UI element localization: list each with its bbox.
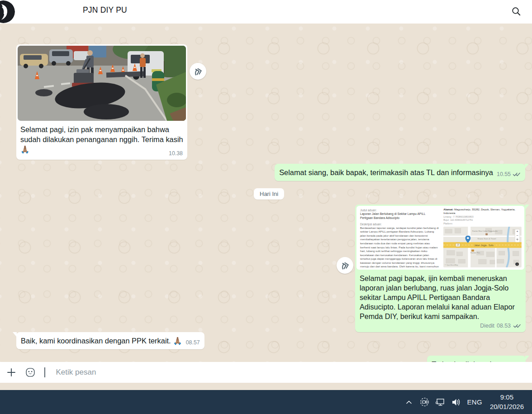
map-info-glyph: i xyxy=(517,263,518,266)
report-map: 15 Jalan Jogja - Solo Kantor Bea Cukai Y… xyxy=(443,227,522,267)
report-longitude: Bujur: 110.43960105712751 xyxy=(443,219,522,222)
report-screenshot[interactable]: Judul aduan: Laporan Jalan Berlubang di … xyxy=(356,206,524,270)
clock-date: 20/01/2026 xyxy=(490,402,524,411)
road-repair-photo[interactable] xyxy=(18,46,186,121)
clock-time: 9:05 xyxy=(490,393,524,402)
road-repair-photo-image xyxy=(18,46,186,121)
message-incoming-photo[interactable]: Selamat pagi, izin pak menyampaikan bahw… xyxy=(16,44,187,160)
poi-travel-label: Kirana Tours & Travel xyxy=(478,238,496,240)
delivered-check-icon xyxy=(513,171,521,177)
emoji-button[interactable] xyxy=(25,367,35,377)
message-text: Selamat pagi bapak, ijin kembali menerus… xyxy=(355,271,526,322)
report-description: Berdasarkan laporan warga, terdapat kond… xyxy=(360,226,439,270)
chat-header[interactable]: PJN DIY PU xyxy=(0,0,532,24)
poi-post-label: Kantor Pos xyxy=(470,252,480,254)
date-divider: Hari Ini xyxy=(254,188,284,200)
whatsapp-window: PJN DIY PU xyxy=(0,0,532,414)
delivered-check-icon xyxy=(513,323,521,328)
speaker-icon xyxy=(451,398,461,407)
report-title-label: Judul aduan: xyxy=(360,209,439,212)
route-badge: 15 xyxy=(457,244,460,246)
report-title: Laporan Jalan Berlubang di Sekitar Lampu… xyxy=(360,212,439,220)
plus-icon xyxy=(6,367,16,377)
message-time: 08.57 xyxy=(186,339,200,346)
group-avatar-image xyxy=(0,0,15,23)
bubble-tail xyxy=(525,205,529,209)
message-text: Selamat siang, baik bapak, terimakasih a… xyxy=(279,167,493,177)
forward-icon xyxy=(340,261,350,270)
message-list: Selamat pagi, izin pak menyampaikan bahw… xyxy=(0,24,532,390)
chat-title: PJN DIY PU xyxy=(83,5,127,15)
forward-button[interactable] xyxy=(337,257,353,274)
report-latitude: Lintang: -7.78386019800803 xyxy=(443,215,522,219)
message-composer xyxy=(0,362,532,383)
message-outgoing-report[interactable]: Judul aduan: Laporan Jalan Berlubang di … xyxy=(355,205,526,332)
show-hidden-icons-button[interactable] xyxy=(404,397,414,407)
report-address-label: Alamat: xyxy=(443,208,453,211)
map-attribution: © OpenStreetMap xyxy=(445,265,458,266)
report-platform-label: Platform: xyxy=(443,222,522,226)
meet-now-button[interactable] xyxy=(420,397,430,407)
road-label: Jalan Jogja - Solo xyxy=(474,244,494,247)
poi-customs-label: Kantor Bea Cukai Yogyakarta xyxy=(472,230,498,232)
language-indicator[interactable]: ENG xyxy=(467,398,482,406)
forward-button[interactable] xyxy=(190,63,206,80)
report-address-value: Maguwoharjo, 55282, Depok, Sleman, Yogya… xyxy=(443,208,515,214)
forward-icon xyxy=(193,67,203,76)
text-caret xyxy=(44,367,45,377)
bubble-tail xyxy=(13,332,17,337)
edited-label: Diedit xyxy=(480,323,494,329)
map-image: 15 Jalan Jogja - Solo Kantor Bea Cukai Y… xyxy=(443,227,522,267)
network-button[interactable] xyxy=(436,397,446,407)
message-text: Selamat pagi, izin pak menyampaikan bahw… xyxy=(20,124,183,154)
map-zoom-control: + − xyxy=(515,229,520,242)
bubble-tail xyxy=(525,164,529,169)
group-avatar[interactable] xyxy=(0,0,15,23)
message-input[interactable] xyxy=(55,367,526,377)
emoji-icon xyxy=(25,366,35,378)
search-icon xyxy=(511,6,521,16)
system-tray: ENG 9:05 20/01/2026 xyxy=(404,390,528,414)
report-address: Alamat: Maguwoharjo, 55282, Depok, Slema… xyxy=(443,208,522,215)
meet-now-icon xyxy=(420,397,429,407)
message-time: 08.53 xyxy=(497,323,511,329)
taskbar-clock[interactable]: 9:05 20/01/2026 xyxy=(488,393,528,411)
message-text: Baik, kami koordinasikan dengan PPK terk… xyxy=(21,336,182,346)
chevron-up-icon xyxy=(405,399,413,405)
map-zoom-out: − xyxy=(517,234,519,238)
map-zoom-in: + xyxy=(517,230,519,234)
network-icon xyxy=(436,398,446,407)
message-time: 10.55 xyxy=(497,171,511,177)
volume-button[interactable] xyxy=(451,397,461,407)
windows-taskbar: ENG 9:05 20/01/2026 xyxy=(0,390,532,414)
attach-button[interactable] xyxy=(6,367,16,377)
bubble-tail xyxy=(525,356,529,361)
message-time: 10.38 xyxy=(169,150,183,157)
report-desc-label: Deskripsi aduan: xyxy=(360,223,439,226)
message-incoming[interactable]: Baik, kami koordinasikan dengan PPK terk… xyxy=(16,332,204,349)
message-outgoing[interactable]: Selamat siang, baik bapak, terimakasih a… xyxy=(275,164,525,181)
search-button[interactable] xyxy=(509,5,523,18)
